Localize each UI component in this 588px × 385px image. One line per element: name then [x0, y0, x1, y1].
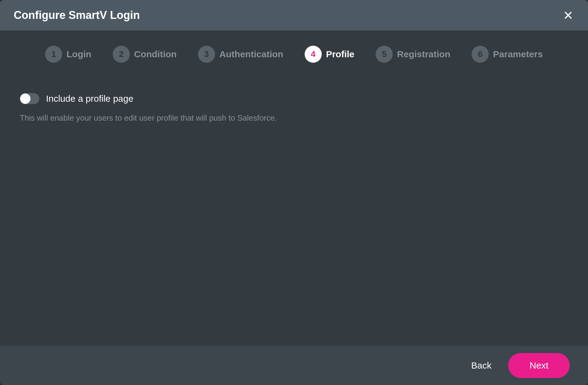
step-parameters[interactable]: 6 Parameters	[472, 46, 543, 63]
next-button[interactable]: Next	[508, 353, 570, 378]
description-text: This will enable your users to edit user…	[20, 113, 568, 123]
step-label: Parameters	[493, 49, 543, 59]
modal-header: Configure SmartV Login	[0, 0, 588, 30]
step-profile[interactable]: 4 Profile	[305, 46, 354, 63]
step-login[interactable]: 1 Login	[45, 46, 91, 63]
close-icon	[563, 10, 573, 20]
content-area: Include a profile page This will enable …	[0, 75, 588, 346]
step-label: Login	[66, 49, 91, 59]
step-registration[interactable]: 5 Registration	[376, 46, 450, 63]
step-number: 5	[376, 46, 393, 63]
back-button[interactable]: Back	[471, 360, 492, 371]
stepper: 1 Login 2 Condition 3 Authentication 4 P…	[0, 30, 588, 75]
toggle-knob	[20, 94, 30, 104]
modal-title: Configure SmartV Login	[14, 9, 140, 22]
step-number: 1	[45, 46, 62, 63]
modal-container: Configure SmartV Login 1 Login 2 Conditi…	[0, 0, 588, 385]
step-label: Condition	[134, 49, 177, 59]
step-condition[interactable]: 2 Condition	[113, 46, 177, 63]
step-number: 4	[305, 46, 322, 63]
close-button[interactable]	[562, 9, 574, 21]
include-profile-toggle[interactable]	[20, 93, 39, 104]
toggle-label: Include a profile page	[46, 94, 133, 104]
step-label: Profile	[326, 49, 354, 59]
modal-footer: Back Next	[0, 346, 588, 385]
step-label: Authentication	[219, 49, 283, 59]
step-label: Registration	[397, 49, 450, 59]
step-authentication[interactable]: 3 Authentication	[198, 46, 283, 63]
step-number: 6	[472, 46, 489, 63]
step-number: 2	[113, 46, 130, 63]
step-number: 3	[198, 46, 215, 63]
toggle-row: Include a profile page	[20, 93, 568, 104]
